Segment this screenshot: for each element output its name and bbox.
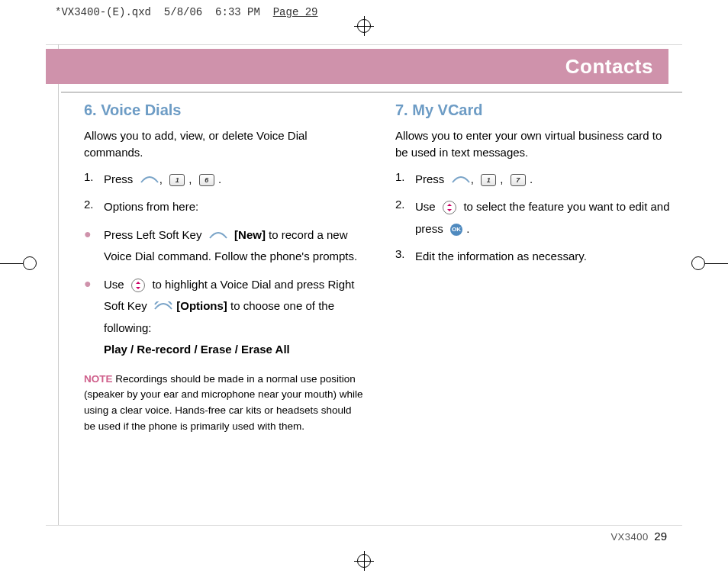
divider [61, 92, 682, 93]
vcard-intro: Allows you to enter your own virtual bus… [395, 127, 675, 161]
bullet-new: ● Press Left Soft Key [New] to record a … [84, 224, 363, 268]
bullet-icon: ● [84, 224, 104, 268]
crosshair-icon [364, 551, 365, 571]
left-soft-key-icon [209, 230, 227, 241]
slug-file: *VX3400-(E).qxd [55, 6, 151, 18]
step-2: 2. Options from here: [84, 196, 363, 218]
left-column: 6. Voice Dials Allows you to add, view, … [84, 99, 363, 435]
step-text: Press [104, 172, 133, 185]
voice-dials-intro: Allows you to add, view, or delete Voice… [84, 127, 363, 161]
heading-voice-dials: 6. Voice Dials [84, 99, 363, 121]
bullet-icon: ● [84, 274, 104, 361]
crosshair-icon [364, 16, 365, 36]
note-block: NOTE Recordings should be made in a norm… [84, 372, 363, 436]
left-soft-key-icon [140, 175, 159, 185]
section-header-band: Contacts [46, 49, 682, 84]
crop-mark-icon [0, 263, 23, 264]
slug-page: Page 29 [273, 6, 318, 18]
footer-page-number: 29 [654, 530, 667, 543]
page-frame-top [46, 44, 682, 45]
page-footer: VX3400 29 [610, 530, 667, 543]
key-1-icon: 1 [481, 174, 496, 186]
ok-key-icon: OK [450, 224, 462, 236]
key-7-icon: 7 [511, 174, 526, 186]
note-label: NOTE [84, 373, 113, 385]
left-soft-key-icon [452, 175, 470, 185]
bullet-options: ● Use to highlight a Voice Dial and pres… [84, 274, 363, 361]
step-3: 3. Edit the information as necessary. [395, 246, 675, 268]
step-1: 1. Press , 1 , 6 . [84, 169, 363, 191]
right-column: 7. My VCard Allows you to enter your own… [395, 99, 675, 435]
heading-my-vcard: 7. My VCard [395, 99, 675, 121]
right-soft-key-icon [154, 301, 172, 312]
note-body: Recordings should be made in a normal us… [84, 373, 362, 433]
key-1-icon: 1 [169, 174, 185, 186]
step-text: Edit the information as necessary. [415, 246, 675, 268]
slug-date: 5/8/06 [164, 6, 202, 18]
section-title: Contacts [565, 55, 653, 79]
header-tab-gap [668, 49, 682, 84]
footer-model: VX3400 [610, 531, 648, 543]
nav-key-icon [131, 279, 145, 292]
page-frame-left [58, 44, 59, 525]
page-frame-bottom [46, 525, 682, 526]
step-text: Options from here: [104, 196, 363, 218]
step-1: 1. Press , 1 , 7 . [395, 169, 675, 191]
step-text: Press [415, 172, 444, 185]
print-slug: *VX3400-(E).qxd 5/8/06 6:33 PM Page 29 [55, 6, 318, 18]
step-2: 2. Use to select the feature you want to… [395, 196, 675, 240]
slug-time: 6:33 PM [215, 6, 260, 18]
registration-mark-icon [23, 256, 37, 270]
content-area: 6. Voice Dials Allows you to add, view, … [84, 99, 675, 435]
nav-key-icon [443, 201, 456, 214]
crop-mark-icon [705, 263, 728, 264]
key-6-icon: 6 [199, 174, 214, 186]
registration-mark-icon [691, 256, 705, 270]
